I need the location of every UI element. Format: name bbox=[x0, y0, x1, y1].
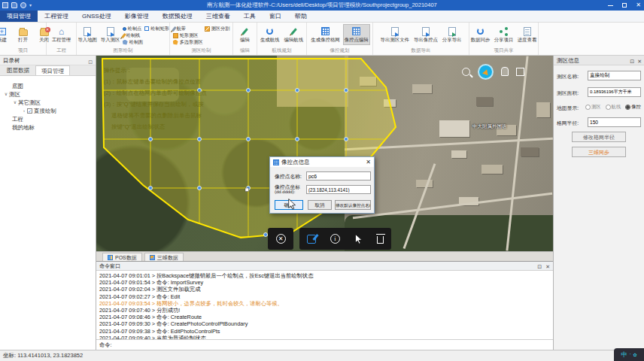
ime-indicator[interactable]: 中’✿ bbox=[614, 348, 644, 361]
tree-item-engineering[interactable]: 工程 bbox=[0, 115, 96, 123]
grid-radius-input[interactable] bbox=[588, 117, 641, 127]
expand-arrow-icon[interactable]: ∨ bbox=[3, 90, 9, 99]
select-tool-icon[interactable] bbox=[354, 234, 363, 244]
data-sync-button[interactable]: 数据同步 bbox=[469, 24, 491, 45]
edit-button[interactable]: 编辑 bbox=[235, 24, 255, 45]
close-icon[interactable]: ✕ bbox=[545, 262, 550, 271]
draw-point-button[interactable]: 绘制点 bbox=[123, 26, 144, 32]
tab-imagery[interactable]: 影像管理 bbox=[118, 11, 156, 22]
command-input[interactable]: 命令: bbox=[96, 339, 553, 350]
full-extent-icon[interactable] bbox=[516, 68, 524, 76]
tree-item-landmarks[interactable]: 我的地标 bbox=[0, 123, 96, 132]
flight-strip-button[interactable]: 航带 bbox=[173, 26, 203, 32]
tree-item-survey[interactable]: ∨测区 bbox=[0, 90, 96, 99]
engineering-manage-button[interactable]: ⌂工程管理 bbox=[50, 24, 73, 45]
dialog-title: 像控点信息 bbox=[281, 159, 310, 166]
survey-split-button[interactable]: 测区分割 bbox=[205, 26, 230, 32]
float-icon[interactable]: ⊡ bbox=[630, 56, 634, 66]
coordinate-readout: 坐标: 113.4141013, 23.1823852 bbox=[3, 352, 83, 359]
share-export-button[interactable]: 分享导出 bbox=[441, 24, 463, 45]
survey-area-input[interactable] bbox=[588, 87, 641, 97]
tree-item-basemap[interactable]: 底图 bbox=[0, 82, 96, 90]
tree-item-other-survey[interactable]: ∨其它测区 bbox=[0, 99, 96, 107]
edit-route-button[interactable]: 编辑航线 bbox=[283, 24, 305, 45]
pin-icon[interactable]: ⊡ bbox=[88, 57, 93, 67]
tab-layer-data[interactable]: 图层数据 bbox=[2, 65, 35, 75]
open-button[interactable]: 打开 bbox=[14, 24, 33, 45]
catalog-tree-title: 目录树 bbox=[3, 57, 20, 64]
split-icon bbox=[205, 26, 210, 32]
map-tools bbox=[462, 62, 551, 81]
map-view[interactable]: 操作提示： (1)：鼠标左键单击要绘制的像控点位置 (2)：绘制点在格网内单击即… bbox=[96, 56, 553, 251]
import-survey-icon bbox=[107, 27, 114, 36]
info-tool-icon[interactable]: i bbox=[330, 234, 340, 244]
photo-control-point-dialog: 像控点信息 ✕ 像控点名称: 像控点坐标 (dd.dddd): 确定 取消 修改… bbox=[269, 156, 375, 214]
edit-photo-control-button[interactable]: 像控点编辑 bbox=[343, 24, 370, 45]
export-pc-icon bbox=[422, 27, 430, 36]
drawing-toolbar-close[interactable]: ✕ bbox=[268, 228, 293, 250]
pan-hand-icon[interactable] bbox=[501, 67, 509, 76]
new-button[interactable]: +新建 bbox=[0, 24, 12, 45]
basemap-button[interactable] bbox=[478, 64, 494, 80]
status-bar: 坐标: 113.4141013, 23.1823852 bbox=[0, 350, 644, 361]
radio-route[interactable]: 航线 bbox=[606, 104, 621, 111]
minimize-button[interactable] bbox=[608, 5, 613, 6]
tab-project-manage[interactable]: 项目管理 bbox=[35, 65, 70, 75]
progress-view-button[interactable]: 进度查看 bbox=[516, 24, 538, 45]
dialog-close-icon[interactable]: ✕ bbox=[366, 159, 371, 165]
data-tabs-bar: POS数据 三维数据 bbox=[96, 251, 553, 261]
import-map-button[interactable]: 导入地图 bbox=[77, 24, 98, 45]
bird-logo-icon bbox=[482, 68, 490, 74]
close-icon[interactable]: ✕ bbox=[637, 56, 642, 66]
draw-polygon-button[interactable]: 绘制面 bbox=[123, 39, 144, 45]
modify-default-name-button[interactable]: 修改默认像控点名称 bbox=[335, 200, 371, 210]
ime-settings-icon: ✿ bbox=[633, 352, 636, 357]
export-photo-control-button[interactable]: 导出像控点 bbox=[412, 24, 439, 45]
site-icon: ⌂ bbox=[59, 27, 64, 36]
tab-preprocess[interactable]: 数据预处理 bbox=[156, 11, 199, 22]
point-name-input[interactable] bbox=[306, 171, 371, 180]
ribbon-group-edit: 编辑 编辑 bbox=[233, 23, 257, 55]
share-project-button[interactable]: 分享项目 bbox=[493, 24, 515, 45]
tree-item-direct-draw[interactable]: ›✓直接绘制 bbox=[0, 107, 96, 115]
radio-survey-area[interactable]: 测区 bbox=[585, 104, 601, 111]
tab-window[interactable]: 窗口 bbox=[263, 11, 288, 22]
draw-rect-button[interactable]: 绘制矩形 bbox=[144, 26, 169, 32]
ribbon-group-draw: 导入地图 导入测区 绘制点 绘制线 绘制面 绘制矩形 图形绘制 bbox=[77, 23, 170, 55]
sync-3d-button[interactable]: 三维同步 bbox=[572, 147, 626, 157]
create-route-button[interactable]: 生成航线 bbox=[259, 24, 281, 45]
survey-name-input[interactable] bbox=[588, 71, 641, 80]
rect-survey-button[interactable]: 矩形测区 bbox=[173, 32, 203, 38]
tab-3d-view[interactable]: 三维查看 bbox=[199, 11, 237, 22]
collapse-arrow-icon[interactable]: › bbox=[21, 107, 27, 115]
export-survey-button[interactable]: 导出测区文件 bbox=[379, 24, 411, 45]
mouse-cursor bbox=[287, 199, 296, 210]
tab-engineering[interactable]: 工程管理 bbox=[38, 11, 75, 22]
search-icon[interactable] bbox=[462, 68, 470, 76]
import-survey-button[interactable]: 导入测区 bbox=[99, 24, 120, 45]
import-map-icon bbox=[84, 27, 91, 36]
tab-project-management[interactable]: 项目管理 bbox=[0, 11, 38, 22]
tab-help[interactable]: 帮助 bbox=[288, 11, 314, 22]
modify-grid-radius-button[interactable]: 修改格网半径 bbox=[572, 132, 626, 142]
create-photo-grid-button[interactable]: 生成像控格网 bbox=[309, 24, 341, 45]
draw-line-button[interactable]: 绘制线 bbox=[123, 32, 144, 38]
maximize-button[interactable] bbox=[622, 3, 627, 8]
command-log[interactable]: 2021-04-07 09:01:01 > 按Backspace键撤销最后一个绘… bbox=[96, 271, 553, 339]
checkbox-checked[interactable]: ✓ bbox=[27, 108, 32, 114]
current-point-marker bbox=[245, 188, 249, 192]
radio-photo-control[interactable]: 像控 bbox=[625, 104, 641, 111]
point-coord-input[interactable] bbox=[306, 185, 371, 194]
close-button[interactable]: ✕ bbox=[636, 0, 641, 11]
edit-tool-icon[interactable] bbox=[307, 235, 316, 244]
ribbon-group-route: 生成航线 编辑航线 航线规划 bbox=[257, 23, 307, 55]
delete-tool-icon[interactable] bbox=[377, 236, 384, 244]
tab-gnss[interactable]: GNSS处理 bbox=[75, 11, 118, 22]
point-name-label: 像控点名称: bbox=[275, 173, 302, 180]
expand-arrow-icon[interactable]: ∨ bbox=[12, 99, 18, 107]
survey-area-label: 测区面积: bbox=[557, 89, 579, 97]
float-icon[interactable]: ⊡ bbox=[537, 262, 542, 271]
cancel-button[interactable]: 取消 bbox=[308, 200, 332, 210]
tab-tools[interactable]: 工具 bbox=[237, 11, 263, 22]
poly-survey-button[interactable]: 多边形测区 bbox=[173, 39, 203, 45]
